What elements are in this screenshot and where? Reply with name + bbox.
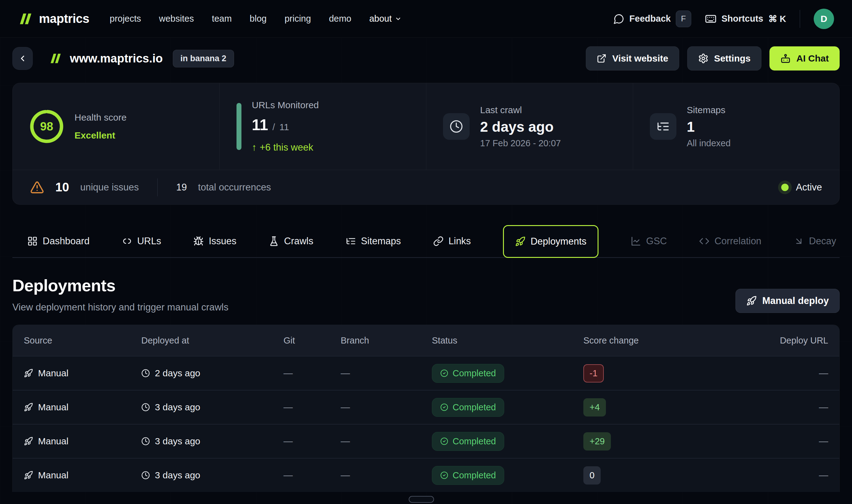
urls-total: 11 <box>279 122 289 132</box>
nav-link-websites[interactable]: websites <box>159 14 194 24</box>
avatar[interactable]: D <box>814 8 834 29</box>
tab-links[interactable]: Links <box>433 225 471 257</box>
column-header-score-change: Score change <box>572 336 776 346</box>
tab-label: Links <box>449 236 471 247</box>
cell-deployed-at: 2 days ago <box>155 368 200 378</box>
cell-source: Manual <box>38 368 68 378</box>
arrow-down-right-icon <box>794 236 804 247</box>
rocket-icon <box>515 236 526 247</box>
manual-deploy-button[interactable]: Manual deploy <box>736 289 840 313</box>
tab-issues[interactable]: Issues <box>193 225 236 257</box>
column-header-deploy-url: Deploy URL <box>776 336 839 346</box>
check-circle-icon <box>440 403 448 411</box>
cell-deploy-url: — <box>776 470 839 481</box>
trend-up-arrow-icon: ↑ <box>252 142 257 153</box>
tab-deployments[interactable]: Deployments <box>503 225 598 258</box>
table-row[interactable]: Manual 2 days ago — — Completed -1 — <box>13 356 839 390</box>
cell-branch: — <box>329 436 421 447</box>
sitemaps-detail: All indexed <box>687 138 731 148</box>
cell-branch: — <box>329 368 421 378</box>
bug-icon <box>193 236 204 247</box>
feedback-label: Feedback <box>630 14 671 24</box>
brand[interactable]: maptrics <box>18 11 89 27</box>
feedback-button[interactable]: Feedback F <box>613 11 691 27</box>
shortcuts-button[interactable]: Shortcuts ⌘ K <box>705 13 786 25</box>
clock-icon <box>141 403 150 412</box>
clock-icon <box>141 369 150 378</box>
rocket-icon <box>24 368 33 378</box>
cell-git: — <box>272 368 329 378</box>
check-circle-icon <box>440 437 448 445</box>
sitemaps-card: Sitemaps 1 All indexed <box>633 83 840 170</box>
horizontal-scrollbar-handle[interactable] <box>409 496 434 503</box>
tab-urls[interactable]: URLs <box>122 225 161 257</box>
score-change-badge: +4 <box>583 398 606 416</box>
settings-label: Settings <box>714 53 750 64</box>
rocket-icon <box>24 471 33 480</box>
external-link-icon <box>597 54 606 64</box>
tab-label: GSC <box>646 236 667 247</box>
total-occurrences-label: total occurrences <box>198 182 271 193</box>
tab-label: Issues <box>209 236 236 247</box>
cell-deploy-url: — <box>776 368 839 378</box>
table-row[interactable]: Manual 3 days ago — — Completed +29 — <box>13 424 839 458</box>
dashboard-grid-icon <box>27 236 38 247</box>
health-score-status: Excellent <box>74 130 126 141</box>
issues-summary-bar: 10 unique issues 19 total occurrences Ac… <box>13 170 839 204</box>
cell-deployed-at: 3 days ago <box>155 436 200 447</box>
robot-icon <box>780 53 791 64</box>
cell-branch: — <box>329 470 421 481</box>
stats-grid: 98 Health score Excellent URLs Monitored… <box>13 83 839 170</box>
settings-button[interactable]: Settings <box>687 47 761 71</box>
cell-source: Manual <box>38 470 68 481</box>
cell-source: Manual <box>38 436 68 447</box>
urls-label: URLs Monitored <box>252 100 319 110</box>
nav-link-team[interactable]: team <box>212 14 232 24</box>
code-brackets-icon <box>699 236 709 247</box>
nav-link-blog[interactable]: blog <box>250 14 267 24</box>
visit-website-button[interactable]: Visit website <box>586 47 679 71</box>
tab-gsc[interactable]: GSC <box>631 225 667 257</box>
brand-name: maptrics <box>39 12 89 26</box>
flask-icon <box>269 236 279 247</box>
back-button[interactable] <box>12 47 33 70</box>
tab-label: Deployments <box>530 236 586 247</box>
score-change-badge: -1 <box>583 364 604 382</box>
status-badge: Completed <box>432 432 504 451</box>
manual-deploy-label: Manual deploy <box>762 295 829 306</box>
tab-label: Sitemaps <box>361 236 401 247</box>
table-row[interactable]: Manual 3 days ago — — Completed 0 — <box>13 458 839 492</box>
stats-card: 98 Health score Excellent URLs Monitored… <box>12 83 840 205</box>
last-crawl-label: Last crawl <box>480 105 561 115</box>
tab-label: Dashboard <box>43 236 90 247</box>
cell-deploy-url: — <box>776 402 839 413</box>
issues-divider <box>157 178 158 196</box>
tab-crawls[interactable]: Crawls <box>269 225 313 257</box>
nav-link-demo[interactable]: demo <box>329 14 351 24</box>
cell-branch: — <box>329 402 421 413</box>
tab-sitemaps[interactable]: Sitemaps <box>346 225 401 257</box>
list-tree-icon <box>346 236 356 247</box>
column-header-deployed-at: Deployed at <box>130 336 272 346</box>
nav-link-pricing[interactable]: pricing <box>285 14 311 24</box>
health-score-ring: 98 <box>29 109 64 144</box>
cell-deployed-at: 3 days ago <box>155 470 200 481</box>
tab-correlation[interactable]: Correlation <box>699 225 761 257</box>
column-header-branch: Branch <box>329 336 421 346</box>
sitemaps-value: 1 <box>687 119 731 135</box>
page-subtitle: View deployment history and trigger manu… <box>12 302 229 313</box>
tab-decay[interactable]: Decay <box>794 225 836 257</box>
gear-icon <box>698 53 709 64</box>
tab-dashboard[interactable]: Dashboard <box>27 225 90 257</box>
project-badge[interactable]: in banana 2 <box>173 50 234 67</box>
tab-label: Decay <box>809 236 836 247</box>
nav-link-about[interactable]: about <box>369 14 402 24</box>
status-badge: Completed <box>432 466 504 485</box>
ai-chat-button[interactable]: AI Chat <box>769 47 840 71</box>
chain-link-icon <box>433 236 443 247</box>
column-header-source: Source <box>13 336 130 346</box>
table-row[interactable]: Manual 3 days ago — — Completed +4 — <box>13 390 839 424</box>
urls-separator: / <box>272 122 275 132</box>
last-crawl-icon-box <box>443 113 470 140</box>
nav-link-projects[interactable]: projects <box>110 14 141 24</box>
